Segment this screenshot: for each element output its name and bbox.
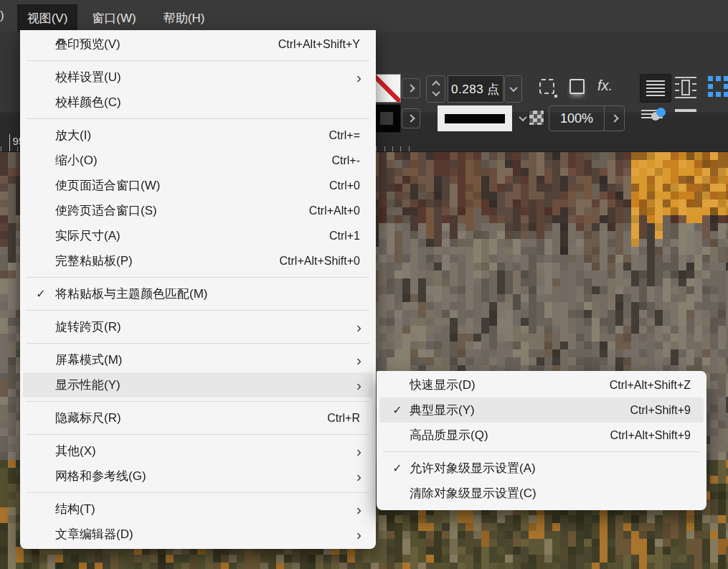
wrap-top-bottom-icon[interactable] [675, 109, 696, 128]
stroke-color-expand-button[interactable] [402, 78, 420, 98]
ruler-minor-tick [400, 146, 401, 151]
checkmark-icon: ✓ [387, 403, 408, 417]
view-menu-item-9[interactable]: 实际尺寸(A)Ctrl+1 [23, 223, 373, 248]
menu-separator [383, 451, 700, 452]
menu-item-label: 实际尺寸(A) [23, 227, 120, 244]
chevron-right-icon [407, 114, 415, 122]
view-menu-item-12[interactable]: ✓将粘贴板与主题颜色匹配(M) [23, 281, 373, 306]
ruler-minor-tick [17, 146, 18, 151]
menu-item-right: Ctrl+- [331, 154, 373, 167]
stroke-style-preview[interactable] [438, 105, 512, 131]
frame-handles-icon[interactable] [708, 76, 728, 98]
zoom-level-control[interactable]: 100% [549, 105, 625, 131]
menu-item-label: 网格和参考线(G) [23, 468, 146, 484]
ruler-minor-tick [384, 146, 385, 151]
fill-color-expand-button[interactable] [402, 108, 420, 128]
menu-item-shortcut: Ctrl+Alt+Shift+9 [610, 429, 693, 442]
wrap-none-icon[interactable] [640, 74, 671, 103]
display-submenu-item-1[interactable]: ✓典型显示(Y)Ctrl+Shift+9 [379, 398, 704, 423]
stroke-weight-dropdown[interactable] [504, 75, 522, 103]
menu-item-label: 隐藏标尺(R) [23, 410, 121, 426]
menu-item-label: 完整粘贴板(P) [23, 253, 133, 269]
stroke-style-solid-bar [445, 114, 505, 123]
menu-item-right: Ctrl+= [328, 129, 373, 142]
view-menu-item-25[interactable]: 文章编辑器(D)› [23, 522, 373, 547]
menu-item-right: Ctrl+1 [329, 230, 373, 243]
menu-item-label: 显示性能(Y) [23, 377, 120, 393]
fill-black-swatch[interactable] [372, 104, 401, 133]
menu-item-right: › [351, 527, 373, 542]
view-menu-item-8[interactable]: 使跨页适合窗口(S)Ctrl+Alt+0 [23, 198, 373, 223]
menu-separator [27, 343, 369, 344]
view-menu-item-21[interactable]: 其他(X)› [23, 438, 373, 464]
menu-item-right: › [351, 443, 373, 459]
menu-item-label: 其他(X) [23, 443, 96, 459]
app-window: 95100105110115 0.283 点 fx. [0, 0, 728, 569]
menu-item-label: 清除对象级显示设置(C) [379, 485, 536, 502]
chevron-right-icon [610, 114, 618, 122]
stroke-none-swatch[interactable] [372, 74, 401, 103]
view-menu-item-17[interactable]: 显示性能(Y)› [23, 372, 373, 398]
wrap-around-shape-icon[interactable] [641, 108, 666, 129]
view-menu-item-24[interactable]: 结构(T)› [23, 497, 373, 522]
menu-item-label: 使页面适合窗口(W) [23, 177, 160, 194]
view-menu-item-5[interactable]: 放大(I)Ctrl+= [23, 123, 373, 148]
view-menu-item-10[interactable]: 完整粘贴板(P)Ctrl+Alt+Shift+0 [23, 248, 373, 273]
stroke-weight-stepper[interactable] [426, 75, 445, 103]
menu-item-right: Ctrl+0 [329, 179, 373, 192]
display-submenu-item-4[interactable]: ✓允许对象级显示设置(A) [379, 456, 704, 481]
view-menu-item-19[interactable]: 隐藏标尺(R)Ctrl+R [23, 405, 373, 431]
menu-bar: ) 视图(V) 窗口(W) 帮助(H) [0, 0, 728, 32]
view-menu-item-0[interactable]: 叠印预览(V)Ctrl+Alt+Shift+Y [23, 32, 373, 57]
menu-item-right: Ctrl+Shift+9 [630, 404, 704, 417]
menu-item-shortcut: Ctrl+R [327, 412, 361, 425]
menu-item-label: 缩小(O) [23, 152, 98, 169]
view-menu-item-22[interactable]: 网格和参考线(G)› [23, 464, 373, 489]
menu-separator [27, 60, 369, 61]
display-performance-submenu: 快速显示(D)Ctrl+Alt+Shift+Z✓典型显示(Y)Ctrl+Shif… [377, 371, 706, 510]
display-submenu-item-2[interactable]: 高品质显示(Q)Ctrl+Alt+Shift+9 [379, 423, 704, 448]
menu-item-right: › [351, 502, 373, 517]
drop-shadow-icon[interactable] [569, 79, 585, 94]
fx-icon[interactable]: fx. [597, 77, 613, 94]
view-menu-item-2[interactable]: 校样设置(U)› [23, 65, 373, 90]
view-menu-item-14[interactable]: 旋转跨页(R)› [23, 314, 373, 339]
menu-item-right: › [351, 319, 373, 334]
menu-item-label: 屏幕模式(M) [23, 352, 122, 368]
menu-window[interactable]: 窗口(W) [82, 4, 146, 32]
menu-item-right: Ctrl+Alt+Shift+9 [610, 429, 704, 442]
menu-item-label: 校样颜色(C) [23, 94, 121, 110]
zoom-dropdown-button[interactable] [604, 106, 624, 131]
chevron-right-icon [407, 84, 415, 92]
view-menu-item-6[interactable]: 缩小(O)Ctrl+- [23, 148, 373, 173]
view-menu-item-16[interactable]: 屏幕模式(M)› [23, 347, 373, 372]
menu-item-shortcut: Ctrl+= [328, 129, 361, 142]
display-submenu-item-5[interactable]: 清除对象级显示设置(C) [379, 481, 704, 506]
wrap-around-object-icon[interactable] [675, 77, 696, 98]
menu-help[interactable]: 帮助(H) [153, 4, 215, 32]
dotted-frame-icon[interactable] [539, 79, 554, 94]
menu-item-right: › [351, 70, 373, 85]
menu-item-right: Ctrl+R [327, 412, 373, 425]
menu-item-right: Ctrl+Alt+Shift+0 [280, 255, 374, 268]
menu-item-label: 校样设置(U) [23, 69, 121, 85]
menu-item-shortcut: Ctrl+Alt+Shift+Y [278, 38, 361, 51]
view-menu-dropdown: 叠印预览(V)Ctrl+Alt+Shift+Y校样设置(U)›校样颜色(C)放大… [20, 30, 376, 549]
menu-separator [27, 434, 369, 435]
menu-item-shortcut: Ctrl+- [331, 154, 361, 167]
view-menu-item-7[interactable]: 使页面适合窗口(W)Ctrl+0 [23, 173, 373, 198]
ruler-minor-tick [392, 146, 393, 151]
menu-item-shortcut: Ctrl+1 [329, 230, 361, 243]
display-submenu-item-0[interactable]: 快速显示(D)Ctrl+Alt+Shift+Z [379, 372, 704, 398]
menu-item-right: Ctrl+Alt+Shift+Z [610, 379, 704, 392]
menu-item-label: 放大(I) [23, 127, 91, 144]
menu-item-right: › [351, 377, 373, 392]
submenu-arrow-icon: › [351, 443, 361, 459]
ruler-minor-tick [376, 146, 377, 151]
ruler-major-tick [9, 134, 10, 151]
stroke-weight-field[interactable]: 0.283 点 [448, 75, 504, 103]
transparency-checker-icon[interactable] [529, 110, 544, 126]
menu-item-label: 叠印预览(V) [23, 36, 120, 52]
view-menu-item-3[interactable]: 校样颜色(C) [23, 90, 373, 115]
menu-view[interactable]: 视图(V) [17, 4, 78, 32]
